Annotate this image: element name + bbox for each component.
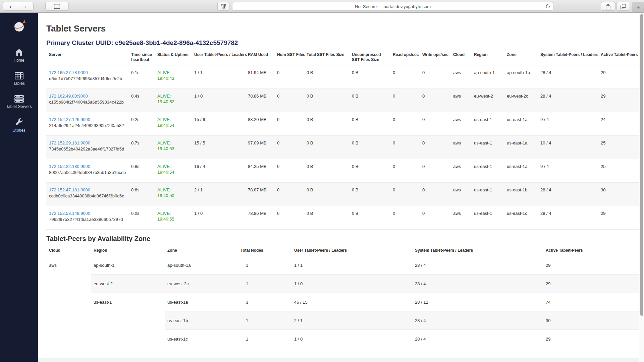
num-sst-cell: 0	[274, 136, 304, 159]
heartbeat-cell: 0.4s	[128, 89, 155, 112]
yugabyte-logo-icon	[12, 19, 26, 34]
server-cell: 172.152.22.180:900080007aa0cc064db6847b3…	[46, 159, 128, 183]
write-ops-cell: 0	[420, 206, 450, 230]
col-header-region: Region	[471, 50, 504, 65]
total-sst-cell: 0 B	[304, 183, 349, 206]
system-peers-cell: 28 / 4	[412, 311, 543, 330]
server-cell: 172.152.58.148:90007962f975327f41f6a1ae3…	[46, 206, 128, 230]
region-cell: us-east-1	[471, 136, 504, 159]
zone-cell: ap-south-1a	[504, 65, 538, 89]
cloud-cell: aws	[450, 112, 471, 136]
table-row: 172.152.22.180:900080007aa0cc064db6847b3…	[46, 159, 639, 183]
sidebar-item-label: Tablet Servers	[6, 104, 32, 109]
read-ops-cell: 0	[390, 136, 420, 159]
active-peers-cell: 25	[598, 136, 639, 159]
privacy-shield-button[interactable]	[217, 2, 229, 11]
reload-button[interactable]	[545, 4, 550, 10]
active-peers-cell: 30	[598, 183, 639, 206]
col-header-zone: Zone	[165, 246, 238, 256]
sidebar-item-home[interactable]: Home	[0, 48, 38, 63]
server-link[interactable]: 172.152.29.181:9000	[49, 140, 90, 145]
server-link[interactable]: 172.152.22.180:9000	[49, 164, 90, 169]
heartbeat-cell: 0.6s	[128, 183, 155, 206]
col-header-uncompressed-sst: Uncompressed SST Files Size	[349, 50, 390, 65]
read-ops-cell: 0	[390, 183, 420, 206]
server-uuid: ccdb0c0ca33448038b4d86746f3b0d6c	[49, 193, 126, 199]
col-header-user-peers: User Tablet-Peers / Leaders	[192, 50, 245, 65]
num-sst-cell: 0	[274, 206, 304, 230]
num-sst-cell: 0	[274, 65, 304, 89]
system-peers-cell: 28 / 4	[538, 89, 598, 112]
uncompressed-sst-cell: 0 B	[349, 89, 390, 112]
user-peers-cell: 1 / 0	[192, 89, 245, 112]
tabs-overview-button[interactable]	[616, 2, 630, 11]
horizontal-scrollbar[interactable]	[38, 358, 644, 362]
zone-cell: eu-west-2c	[165, 275, 238, 293]
server-uuid: 7345e0652b404292a3ae46f17327fd5d	[49, 146, 126, 152]
uncompressed-sst-cell: 0 B	[349, 112, 390, 136]
server-cell: 172.162.49.88:9000c155b984f2f74004a5a6d5…	[46, 89, 128, 112]
total-sst-cell: 0 B	[304, 112, 349, 136]
active-peers-cell: 25	[598, 159, 639, 183]
share-button[interactable]	[601, 2, 615, 11]
server-uuid: c155b984f2f74004a5a6d559834c422b	[49, 99, 126, 105]
col-header-region: Region	[91, 246, 165, 256]
tablet-servers-icon	[14, 95, 24, 103]
status-cell: ALIVE: 19:40:50	[155, 183, 192, 206]
region-cell: us-east-1	[91, 293, 165, 348]
uncompressed-sst-cell: 0 B	[349, 206, 390, 230]
region-cell: ap-south-1	[91, 256, 165, 275]
sidebar-item-tables[interactable]: Tables	[0, 72, 38, 86]
tabs-overview-icon	[621, 4, 626, 9]
active-peers-cell: 74	[543, 293, 639, 311]
ram-cell: 78.87 MB	[245, 183, 274, 206]
server-uuid: 80007aa0cc064db6847b35b1a3b1bce5	[49, 170, 126, 175]
active-peers-cell: 29	[598, 206, 639, 230]
main-content: Tablet Servers Primary Cluster UUID: c9e…	[38, 13, 644, 362]
server-link[interactable]: 172.165.27.78:9000	[49, 70, 88, 75]
forward-button[interactable]: ›	[18, 2, 34, 11]
server-link[interactable]: 172.152.27.126:9000	[49, 117, 90, 122]
num-sst-cell: 0	[274, 159, 304, 183]
total-sst-cell: 0 B	[304, 159, 349, 183]
sidebar-item-utilities[interactable]: Utilities	[0, 118, 38, 133]
sidebar-item-tablet-servers[interactable]: Tablet Servers	[0, 95, 38, 109]
new-tab-button[interactable]: +	[632, 2, 644, 12]
status-cell: ALIVE: 19:40:54	[155, 112, 192, 136]
zone-cell: eu-west-2c	[504, 89, 538, 112]
active-peers-cell: 29	[598, 89, 639, 112]
col-header-system-peers: System Tablet-Peers / Leaders	[412, 246, 543, 256]
yugabyte-logo[interactable]	[12, 19, 26, 35]
url-bar[interactable]: Not Secure — portal.dev.yugabyte.com	[232, 2, 553, 11]
region-cell: us-east-1	[471, 112, 504, 136]
heartbeat-cell: 0.7s	[128, 136, 155, 159]
back-button[interactable]: ‹	[3, 2, 18, 11]
vertical-scrollbar-thumb[interactable]	[640, 14, 643, 316]
cloud-cell: aws	[450, 65, 471, 89]
status-cell: ALIVE: 19:40:54	[155, 159, 192, 183]
zone-cell: us-east-1c	[165, 330, 238, 348]
write-ops-cell: 0	[420, 183, 450, 206]
forward-icon: ›	[25, 4, 27, 9]
col-header-write-ops: Write ops/sec	[420, 50, 450, 65]
server-link[interactable]: 172.152.58.148:9000	[49, 211, 90, 216]
region-cell: us-east-1	[471, 183, 504, 206]
user-peers-cell: 46 / 15	[291, 293, 412, 311]
region-cell: eu-west-2	[471, 89, 504, 112]
active-peers-cell: 29	[543, 330, 639, 348]
server-link[interactable]: 172.152.47.181:9000	[49, 187, 90, 192]
num-sst-cell: 0	[274, 89, 304, 112]
vertical-scrollbar[interactable]	[639, 13, 644, 362]
total-nodes-cell: 1	[238, 275, 291, 293]
user-peers-cell: 1 / 0	[192, 206, 245, 230]
zone-cell: us-east-1b	[165, 311, 238, 330]
tablet-peers-by-az-table: Cloud Region Zone Total Nodes User Table…	[46, 246, 639, 348]
table-header-row: Server Time since heartbeat Status & Upt…	[46, 50, 639, 65]
write-ops-cell: 0	[420, 89, 450, 112]
reload-icon	[545, 4, 550, 9]
sidebar-toggle-button[interactable]	[45, 2, 69, 11]
cloud-cell: aws	[450, 89, 471, 112]
system-peers-cell: 28 / 4	[538, 183, 598, 206]
sidebar-item-label: Tables	[13, 81, 25, 86]
server-link[interactable]: 172.162.49.88:9000	[49, 94, 88, 99]
